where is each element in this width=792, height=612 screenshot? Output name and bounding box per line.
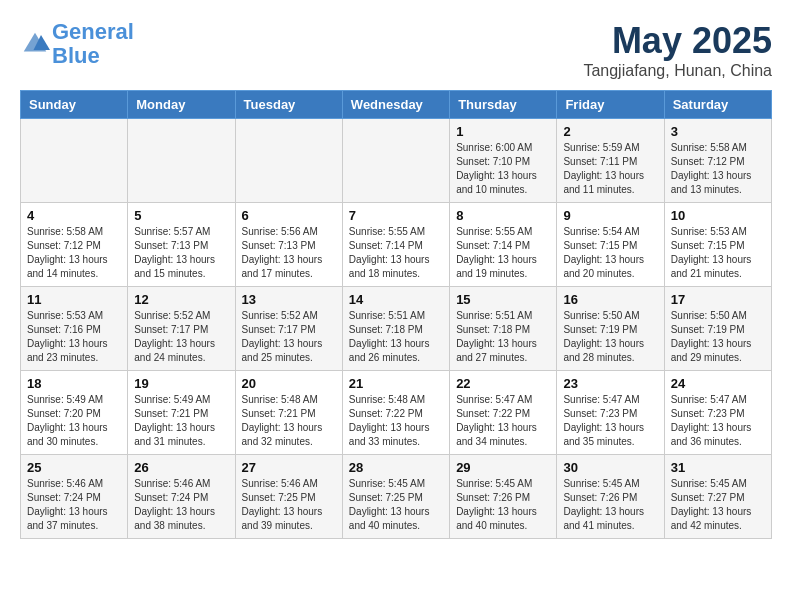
day-info: Sunrise: 5:47 AM Sunset: 7:22 PM Dayligh… <box>456 393 550 449</box>
day-number: 27 <box>242 460 336 475</box>
title-area: May 2025 Tangjiafang, Hunan, China <box>583 20 772 80</box>
day-info: Sunrise: 5:50 AM Sunset: 7:19 PM Dayligh… <box>563 309 657 365</box>
day-cell: 18Sunrise: 5:49 AM Sunset: 7:20 PM Dayli… <box>21 371 128 455</box>
logo-text: General Blue <box>52 20 134 68</box>
day-info: Sunrise: 5:56 AM Sunset: 7:13 PM Dayligh… <box>242 225 336 281</box>
day-info: Sunrise: 5:47 AM Sunset: 7:23 PM Dayligh… <box>671 393 765 449</box>
day-number: 14 <box>349 292 443 307</box>
weekday-sunday: Sunday <box>21 91 128 119</box>
day-info: Sunrise: 5:53 AM Sunset: 7:16 PM Dayligh… <box>27 309 121 365</box>
day-cell: 12Sunrise: 5:52 AM Sunset: 7:17 PM Dayli… <box>128 287 235 371</box>
day-cell: 2Sunrise: 5:59 AM Sunset: 7:11 PM Daylig… <box>557 119 664 203</box>
day-cell: 15Sunrise: 5:51 AM Sunset: 7:18 PM Dayli… <box>450 287 557 371</box>
day-number: 17 <box>671 292 765 307</box>
day-number: 30 <box>563 460 657 475</box>
day-cell: 30Sunrise: 5:45 AM Sunset: 7:26 PM Dayli… <box>557 455 664 539</box>
day-number: 6 <box>242 208 336 223</box>
day-info: Sunrise: 5:45 AM Sunset: 7:25 PM Dayligh… <box>349 477 443 533</box>
day-cell: 20Sunrise: 5:48 AM Sunset: 7:21 PM Dayli… <box>235 371 342 455</box>
day-cell: 1Sunrise: 6:00 AM Sunset: 7:10 PM Daylig… <box>450 119 557 203</box>
day-info: Sunrise: 5:51 AM Sunset: 7:18 PM Dayligh… <box>349 309 443 365</box>
day-cell: 13Sunrise: 5:52 AM Sunset: 7:17 PM Dayli… <box>235 287 342 371</box>
day-cell <box>235 119 342 203</box>
day-cell: 5Sunrise: 5:57 AM Sunset: 7:13 PM Daylig… <box>128 203 235 287</box>
day-cell: 4Sunrise: 5:58 AM Sunset: 7:12 PM Daylig… <box>21 203 128 287</box>
day-info: Sunrise: 5:50 AM Sunset: 7:19 PM Dayligh… <box>671 309 765 365</box>
week-row-3: 18Sunrise: 5:49 AM Sunset: 7:20 PM Dayli… <box>21 371 772 455</box>
location-title: Tangjiafang, Hunan, China <box>583 62 772 80</box>
day-info: Sunrise: 5:52 AM Sunset: 7:17 PM Dayligh… <box>242 309 336 365</box>
logo-line1: General <box>52 19 134 44</box>
page-header: General Blue May 2025 Tangjiafang, Hunan… <box>20 20 772 80</box>
weekday-saturday: Saturday <box>664 91 771 119</box>
day-info: Sunrise: 5:57 AM Sunset: 7:13 PM Dayligh… <box>134 225 228 281</box>
day-cell: 10Sunrise: 5:53 AM Sunset: 7:15 PM Dayli… <box>664 203 771 287</box>
day-cell <box>342 119 449 203</box>
day-cell: 22Sunrise: 5:47 AM Sunset: 7:22 PM Dayli… <box>450 371 557 455</box>
day-number: 8 <box>456 208 550 223</box>
week-row-2: 11Sunrise: 5:53 AM Sunset: 7:16 PM Dayli… <box>21 287 772 371</box>
day-number: 20 <box>242 376 336 391</box>
week-row-0: 1Sunrise: 6:00 AM Sunset: 7:10 PM Daylig… <box>21 119 772 203</box>
day-number: 3 <box>671 124 765 139</box>
day-number: 4 <box>27 208 121 223</box>
day-cell: 6Sunrise: 5:56 AM Sunset: 7:13 PM Daylig… <box>235 203 342 287</box>
weekday-friday: Friday <box>557 91 664 119</box>
month-title: May 2025 <box>583 20 772 62</box>
day-info: Sunrise: 5:45 AM Sunset: 7:27 PM Dayligh… <box>671 477 765 533</box>
logo: General Blue <box>20 20 134 68</box>
day-number: 28 <box>349 460 443 475</box>
day-cell: 11Sunrise: 5:53 AM Sunset: 7:16 PM Dayli… <box>21 287 128 371</box>
day-info: Sunrise: 5:55 AM Sunset: 7:14 PM Dayligh… <box>456 225 550 281</box>
day-cell: 23Sunrise: 5:47 AM Sunset: 7:23 PM Dayli… <box>557 371 664 455</box>
day-info: Sunrise: 5:59 AM Sunset: 7:11 PM Dayligh… <box>563 141 657 197</box>
day-cell <box>128 119 235 203</box>
day-cell: 21Sunrise: 5:48 AM Sunset: 7:22 PM Dayli… <box>342 371 449 455</box>
day-number: 31 <box>671 460 765 475</box>
day-info: Sunrise: 5:46 AM Sunset: 7:24 PM Dayligh… <box>27 477 121 533</box>
day-info: Sunrise: 5:58 AM Sunset: 7:12 PM Dayligh… <box>671 141 765 197</box>
day-number: 12 <box>134 292 228 307</box>
day-cell: 31Sunrise: 5:45 AM Sunset: 7:27 PM Dayli… <box>664 455 771 539</box>
day-cell: 19Sunrise: 5:49 AM Sunset: 7:21 PM Dayli… <box>128 371 235 455</box>
day-number: 15 <box>456 292 550 307</box>
day-number: 19 <box>134 376 228 391</box>
logo-line2: Blue <box>52 43 100 68</box>
day-number: 2 <box>563 124 657 139</box>
day-info: Sunrise: 5:49 AM Sunset: 7:20 PM Dayligh… <box>27 393 121 449</box>
day-number: 5 <box>134 208 228 223</box>
day-info: Sunrise: 6:00 AM Sunset: 7:10 PM Dayligh… <box>456 141 550 197</box>
weekday-thursday: Thursday <box>450 91 557 119</box>
weekday-monday: Monday <box>128 91 235 119</box>
day-cell: 29Sunrise: 5:45 AM Sunset: 7:26 PM Dayli… <box>450 455 557 539</box>
day-info: Sunrise: 5:53 AM Sunset: 7:15 PM Dayligh… <box>671 225 765 281</box>
day-info: Sunrise: 5:48 AM Sunset: 7:22 PM Dayligh… <box>349 393 443 449</box>
day-info: Sunrise: 5:46 AM Sunset: 7:24 PM Dayligh… <box>134 477 228 533</box>
day-cell: 27Sunrise: 5:46 AM Sunset: 7:25 PM Dayli… <box>235 455 342 539</box>
day-info: Sunrise: 5:55 AM Sunset: 7:14 PM Dayligh… <box>349 225 443 281</box>
day-number: 10 <box>671 208 765 223</box>
day-cell: 3Sunrise: 5:58 AM Sunset: 7:12 PM Daylig… <box>664 119 771 203</box>
day-number: 16 <box>563 292 657 307</box>
day-number: 7 <box>349 208 443 223</box>
weekday-tuesday: Tuesday <box>235 91 342 119</box>
day-info: Sunrise: 5:47 AM Sunset: 7:23 PM Dayligh… <box>563 393 657 449</box>
day-info: Sunrise: 5:45 AM Sunset: 7:26 PM Dayligh… <box>563 477 657 533</box>
day-cell: 28Sunrise: 5:45 AM Sunset: 7:25 PM Dayli… <box>342 455 449 539</box>
day-cell: 24Sunrise: 5:47 AM Sunset: 7:23 PM Dayli… <box>664 371 771 455</box>
day-number: 13 <box>242 292 336 307</box>
day-number: 11 <box>27 292 121 307</box>
day-cell: 17Sunrise: 5:50 AM Sunset: 7:19 PM Dayli… <box>664 287 771 371</box>
day-cell <box>21 119 128 203</box>
day-cell: 8Sunrise: 5:55 AM Sunset: 7:14 PM Daylig… <box>450 203 557 287</box>
day-number: 24 <box>671 376 765 391</box>
day-info: Sunrise: 5:45 AM Sunset: 7:26 PM Dayligh… <box>456 477 550 533</box>
day-info: Sunrise: 5:49 AM Sunset: 7:21 PM Dayligh… <box>134 393 228 449</box>
calendar-table: SundayMondayTuesdayWednesdayThursdayFrid… <box>20 90 772 539</box>
day-cell: 9Sunrise: 5:54 AM Sunset: 7:15 PM Daylig… <box>557 203 664 287</box>
week-row-1: 4Sunrise: 5:58 AM Sunset: 7:12 PM Daylig… <box>21 203 772 287</box>
day-info: Sunrise: 5:54 AM Sunset: 7:15 PM Dayligh… <box>563 225 657 281</box>
day-number: 25 <box>27 460 121 475</box>
day-info: Sunrise: 5:46 AM Sunset: 7:25 PM Dayligh… <box>242 477 336 533</box>
day-cell: 7Sunrise: 5:55 AM Sunset: 7:14 PM Daylig… <box>342 203 449 287</box>
